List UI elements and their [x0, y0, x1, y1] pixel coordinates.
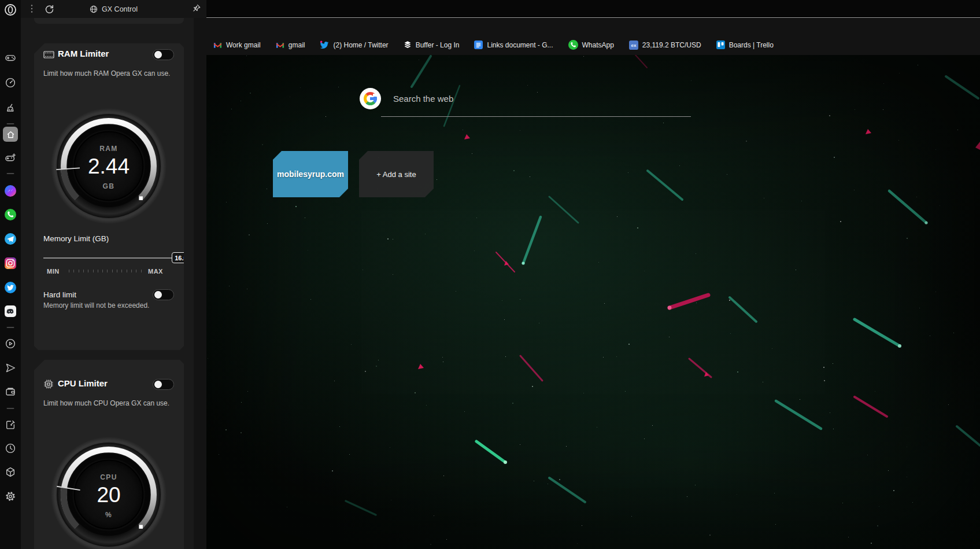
gmail-icon: [276, 42, 284, 49]
wallet-icon[interactable]: [5, 386, 16, 397]
bookmark-item[interactable]: Links document - G...: [474, 40, 553, 49]
top-strip: [206, 0, 980, 18]
sidebar-divider: [7, 123, 14, 124]
twitter-icon: [320, 40, 329, 50]
globe-icon: [90, 5, 98, 13]
pin-icon[interactable]: [191, 3, 202, 14]
svg-text:2.44: 2.44: [88, 154, 130, 178]
bookmarks-bar: Work gmail gmail (2) Home / Twitter Buff…: [206, 19, 980, 55]
trello-icon: [716, 40, 725, 49]
gauge-handle: [139, 196, 142, 200]
twitter-icon[interactable]: [5, 282, 16, 293]
bookmark-item[interactable]: Boards | Trello: [716, 40, 774, 49]
cpu-icon: [43, 379, 54, 389]
card-title: RAM Limiter: [58, 49, 109, 58]
ram-icon: [43, 50, 54, 60]
add-game-gamepad-plus-icon[interactable]: [5, 152, 16, 164]
card-description: Limit how much CPU Opera GX can use.: [43, 399, 169, 407]
speed-dial-add-site[interactable]: + Add a site: [359, 151, 434, 197]
gauge-handle: [139, 525, 142, 528]
gmail-icon: [213, 42, 222, 49]
ram-limiter-toggle[interactable]: [153, 49, 174, 60]
whatsapp-icon[interactable]: [5, 209, 16, 220]
memory-limit-value[interactable]: 16.00: [172, 252, 194, 263]
cpu-limiter-toggle[interactable]: [153, 379, 174, 390]
card-title: CPU Limiter: [58, 378, 108, 388]
meteor-streaks: [206, 55, 980, 549]
player-icon[interactable]: [5, 338, 16, 349]
start-page: mobilesyrup.com + Add a site: [206, 55, 980, 549]
memory-limit-slider[interactable]: [43, 257, 172, 259]
bookmark-item[interactable]: ex 23,119.2 BTC/USD: [629, 40, 701, 50]
sidebar-divider: [7, 408, 14, 409]
instagram-icon[interactable]: [5, 257, 16, 269]
search-input[interactable]: [393, 94, 665, 104]
bookmark-item[interactable]: Work gmail: [213, 41, 261, 49]
panel-header: GX Control: [21, 0, 206, 18]
gx-corner-gamepad-icon[interactable]: [5, 52, 16, 64]
ram-gauge[interactable]: RAM 2.44 GB: [50, 107, 168, 225]
slider-ticks: [69, 270, 145, 272]
browser-sidebar: [0, 0, 21, 549]
pinboards-icon[interactable]: [5, 419, 16, 430]
sidebar-divider: [7, 327, 14, 328]
google-icon[interactable]: [360, 88, 381, 109]
search-bar: [360, 88, 665, 109]
ram-limiter-card: RAM Limiter Limit how much RAM Opera GX …: [34, 43, 184, 350]
whatsapp-icon: [568, 40, 578, 50]
panel-title: GX Control: [102, 5, 138, 13]
hard-limit-description: Memory limit will not be exceeded.: [43, 301, 149, 309]
history-clock-icon[interactable]: [5, 443, 16, 454]
memory-limit-label: Memory Limit (GB): [43, 234, 109, 243]
scrolled-card-remnant: [34, 18, 184, 24]
discord-icon[interactable]: [5, 305, 16, 317]
bookmark-item[interactable]: (2) Home / Twitter: [320, 40, 388, 50]
browser-page: Work gmail gmail (2) Home / Twitter Buff…: [206, 0, 980, 549]
cpu-gauge[interactable]: CPU 20 %: [50, 436, 168, 549]
messenger-icon[interactable]: [5, 185, 16, 197]
card-description: Limit how much RAM Opera GX can use.: [43, 69, 170, 78]
svg-text:RAM: RAM: [99, 145, 118, 153]
panel-scrollbar-gutter[interactable]: [194, 18, 206, 549]
opera-gx-logo[interactable]: [3, 3, 17, 17]
svg-text:GB: GB: [103, 182, 115, 190]
gx-cleaner-broom-icon[interactable]: [5, 103, 16, 114]
google-docs-icon: [474, 40, 483, 49]
search-underline: [381, 116, 691, 117]
hard-limit-toggle[interactable]: [153, 289, 174, 300]
currency-exchange-icon: ex: [629, 40, 638, 50]
send-to-devices-icon[interactable]: [5, 363, 16, 374]
gx-control-panel: GX Control RAM Limiter Limit how much RA…: [21, 0, 206, 549]
slider-max-label: MAX: [148, 268, 163, 275]
svg-text:ex: ex: [631, 43, 636, 48]
extensions-cube-icon[interactable]: [5, 467, 16, 478]
gx-control-speedometer-icon[interactable]: [5, 78, 16, 89]
bookmark-item[interactable]: WhatsApp: [568, 40, 614, 50]
sidebar-item-home[interactable]: [3, 127, 18, 142]
slider-min-label: MIN: [47, 268, 60, 275]
hard-limit-label: Hard limit: [43, 290, 76, 299]
settings-gear-icon[interactable]: [5, 491, 16, 502]
speed-dial-mobilesyrup[interactable]: mobilesyrup.com: [273, 151, 348, 197]
cpu-limiter-card: CPU Limiter Limit how much CPU Opera GX …: [34, 360, 184, 549]
svg-text:%: %: [105, 511, 112, 519]
svg-text:CPU: CPU: [100, 473, 117, 481]
bookmark-item[interactable]: gmail: [276, 41, 305, 49]
svg-text:20: 20: [97, 482, 120, 507]
telegram-icon[interactable]: [5, 233, 16, 245]
buffer-icon: [404, 40, 412, 49]
bookmark-item[interactable]: Buffer - Log In: [404, 40, 460, 49]
sidebar-divider: [7, 173, 14, 174]
